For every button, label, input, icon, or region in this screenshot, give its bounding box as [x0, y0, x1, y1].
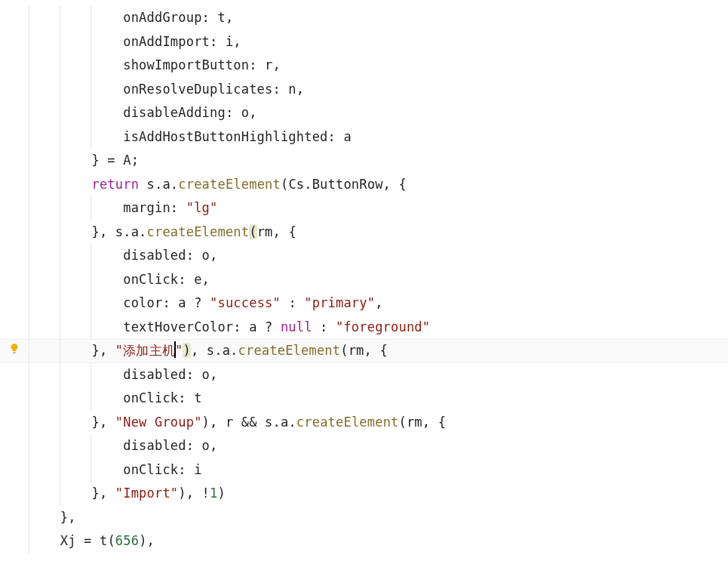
code-token: :	[178, 272, 194, 287]
code-token: o	[202, 367, 210, 382]
indent-whitespace	[29, 485, 91, 501]
indent-whitespace	[29, 57, 123, 72]
code-line[interactable]: },	[29, 506, 728, 530]
code-line[interactable]: color: a ? "success" : "primary",	[29, 291, 728, 316]
code-line[interactable]: }, "添加主机"), s.a.createElement(rm, {	[29, 339, 728, 363]
code-token: },	[91, 415, 115, 430]
code-token: =	[76, 533, 100, 548]
code-token: s	[147, 177, 155, 192]
code-line[interactable]: }, s.a.createElement(rm, {	[29, 220, 728, 245]
code-line[interactable]: onResolveDuplicates: n,	[29, 78, 728, 102]
indent-whitespace	[29, 200, 123, 215]
code-line[interactable]: onAddGroup: t,	[29, 6, 728, 30]
code-token: disableAdding	[123, 105, 226, 120]
code-token: a	[223, 343, 230, 358]
code-token: :	[249, 57, 265, 72]
code-token: r	[265, 57, 272, 72]
indent-whitespace	[29, 319, 123, 334]
code-line[interactable]: isAddHostButtonHighlighted: a	[29, 125, 728, 149]
code-token: ,	[273, 57, 281, 72]
code-token: :	[170, 200, 186, 215]
code-token: rm	[349, 343, 364, 358]
code-token: ,	[210, 438, 217, 453]
code-area[interactable]: onAddGroup: t, onAddImport: i, showImpor…	[29, 0, 728, 561]
indent-whitespace	[29, 34, 123, 49]
code-token: },	[91, 485, 115, 501]
code-line[interactable]: disabled: o,	[29, 244, 728, 268]
code-token: textHoverColor	[123, 319, 233, 334]
code-token: o	[241, 105, 249, 120]
code-token: disabled	[123, 438, 186, 453]
code-token: createElement	[178, 177, 281, 192]
code-token: },	[60, 510, 76, 525]
code-token: },	[91, 343, 115, 358]
code-token: t	[100, 533, 107, 548]
code-line[interactable]: onClick: e,	[29, 268, 728, 292]
code-line[interactable]: margin: "lg"	[29, 196, 728, 220]
code-editor[interactable]: onAddGroup: t, onAddImport: i, showImpor…	[0, 0, 728, 561]
code-token: (	[249, 224, 256, 239]
code-token: ,	[296, 82, 304, 97]
code-token: .	[155, 177, 162, 192]
code-line[interactable]: }, "Import"), !1)	[29, 482, 728, 506]
code-token: a	[281, 415, 288, 430]
code-token: "primary"	[304, 295, 375, 310]
code-token: "添加主机	[115, 343, 175, 358]
code-token: ?	[257, 319, 281, 334]
indent-whitespace	[29, 415, 91, 430]
editor-gutter	[0, 0, 29, 561]
code-token: ), !	[178, 485, 210, 501]
indent-whitespace	[29, 390, 123, 405]
code-line[interactable]: Xj = t(656),	[29, 529, 728, 553]
code-token: o	[202, 248, 210, 263]
code-line[interactable]: onClick: t	[29, 387, 728, 411]
code-line[interactable]: textHoverColor: a ? null : "foreground"	[29, 316, 728, 340]
code-line[interactable]: onClick: i	[29, 458, 728, 482]
code-line[interactable]: onAddImport: i,	[29, 30, 728, 54]
code-token: onClick	[123, 390, 178, 405]
code-token: :	[312, 319, 336, 334]
code-token	[139, 177, 146, 192]
code-token: &&	[233, 415, 265, 430]
code-line[interactable]: disabled: o,	[29, 363, 728, 387]
code-token: .	[230, 343, 238, 358]
code-token: .	[288, 415, 296, 430]
code-line[interactable]: showImportButton: r,	[29, 54, 728, 78]
code-token: onAddGroup	[123, 10, 201, 25]
code-token: color	[123, 295, 162, 310]
code-token: :	[328, 129, 344, 144]
indent-whitespace	[29, 105, 123, 120]
indent-whitespace	[29, 295, 123, 310]
code-line[interactable]: disabled: o,	[29, 434, 728, 458]
code-token: null	[281, 319, 312, 334]
code-token: a	[178, 295, 186, 310]
code-token: n	[288, 82, 296, 97]
code-token: } =	[91, 153, 123, 168]
code-token: 656	[115, 533, 139, 548]
code-token: :	[226, 105, 241, 120]
code-token: ButtonRow	[312, 177, 383, 192]
code-token: return	[91, 177, 139, 192]
code-line[interactable]: } = A;	[29, 149, 728, 173]
code-line[interactable]: }, "New Group"), r && s.a.createElement(…	[29, 411, 728, 435]
code-token: rm	[257, 224, 273, 239]
code-token: , {	[422, 415, 446, 430]
code-token: ,	[202, 272, 210, 287]
indent-whitespace	[29, 224, 91, 239]
code-line[interactable]: disableAdding: o,	[29, 101, 728, 125]
indent-whitespace	[29, 10, 123, 25]
code-token: Cs	[288, 177, 304, 192]
code-token: },	[91, 224, 115, 239]
code-token: 1	[210, 485, 217, 501]
code-line[interactable]: return s.a.createElement(Cs.ButtonRow, {	[29, 173, 728, 197]
code-token: onAddImport	[123, 34, 210, 49]
code-token: s	[207, 343, 214, 358]
code-token: ),	[202, 415, 226, 430]
code-token: a	[162, 177, 170, 192]
code-token: (	[281, 177, 288, 192]
code-token: ,	[249, 105, 256, 120]
code-token: margin	[123, 200, 170, 215]
code-token: i	[226, 34, 233, 49]
code-token: "lg"	[186, 200, 218, 215]
code-token: ;	[131, 153, 139, 168]
